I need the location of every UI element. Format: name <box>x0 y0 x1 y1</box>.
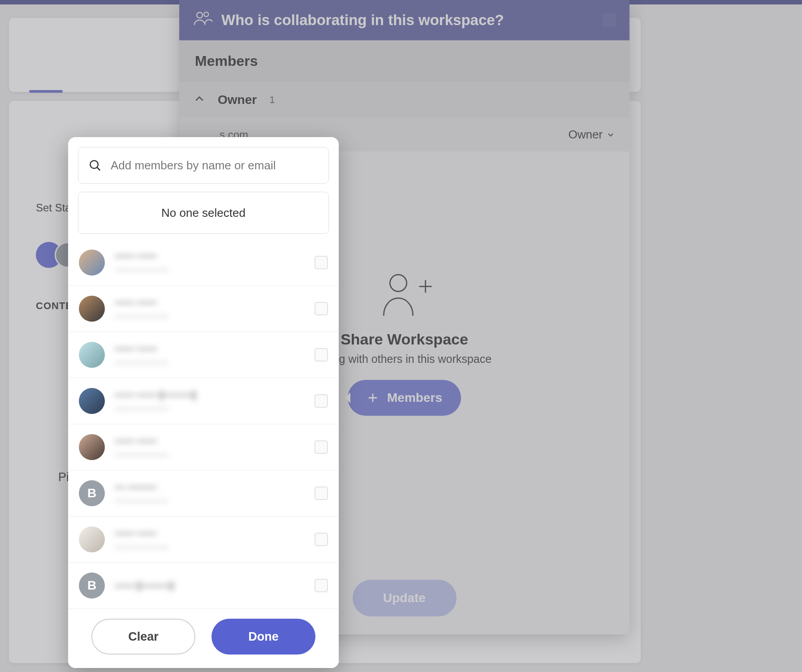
person-name: —— —— <box>115 250 168 262</box>
person-row[interactable]: B—— (———) <box>68 562 339 608</box>
person-checkbox[interactable] <box>315 487 328 500</box>
person-checkbox[interactable] <box>315 394 328 408</box>
person-info: —— —— (———)—————— <box>115 389 196 414</box>
letter-avatar: B <box>79 573 105 599</box>
person-checkbox[interactable] <box>315 348 328 362</box>
person-name: —— —— (———) <box>115 389 196 401</box>
person-name: —— —— <box>115 343 168 354</box>
person-row[interactable]: —— ———————— <box>68 424 339 470</box>
person-name: —— —— <box>115 297 168 308</box>
photo-avatar <box>79 388 105 414</box>
done-button[interactable]: Done <box>211 619 315 655</box>
person-name: — ——— <box>115 481 168 493</box>
member-search-field[interactable] <box>78 147 329 184</box>
person-checkbox[interactable] <box>315 533 328 546</box>
person-email: —————— <box>115 311 168 321</box>
photo-avatar <box>79 342 105 368</box>
person-row[interactable]: B— ————————— <box>68 470 339 516</box>
person-name: —— (———) <box>115 580 173 591</box>
person-row[interactable]: —— ———————— <box>68 516 339 562</box>
person-email: —————— <box>115 495 168 506</box>
clear-button[interactable]: Clear <box>91 619 195 655</box>
person-info: —— ———————— <box>115 435 168 460</box>
person-row[interactable]: —— ———————— <box>68 285 339 332</box>
person-info: —— (———) <box>115 580 173 591</box>
person-info: —— ———————— <box>115 527 168 552</box>
add-members-popover: No one selected —— —————————— ——————————… <box>68 137 339 668</box>
person-row[interactable]: —— —— (———)—————— <box>68 378 339 424</box>
person-checkbox[interactable] <box>315 440 328 454</box>
person-info: — ————————— <box>115 481 168 506</box>
person-email: —————— <box>115 403 196 414</box>
person-name: —— —— <box>115 435 168 447</box>
person-email: —————— <box>115 264 168 275</box>
person-checkbox[interactable] <box>315 302 328 315</box>
person-checkbox[interactable] <box>315 579 328 592</box>
person-email: —————— <box>115 357 168 367</box>
search-icon <box>88 159 102 172</box>
photo-avatar <box>79 250 105 276</box>
photo-avatar <box>79 434 105 460</box>
person-email: —————— <box>115 449 168 460</box>
selection-summary: No one selected <box>78 192 329 234</box>
popover-footer: Clear Done <box>68 608 339 668</box>
people-list: —— —————————— —————————— —————————— —— (… <box>68 239 339 608</box>
person-row[interactable]: —— ———————— <box>68 239 339 285</box>
person-info: —— ———————— <box>115 250 168 275</box>
svg-point-3 <box>90 160 98 168</box>
person-checkbox[interactable] <box>315 256 328 269</box>
letter-avatar: B <box>79 480 105 506</box>
photo-avatar <box>79 526 105 552</box>
person-row[interactable]: —— ———————— <box>68 332 339 378</box>
person-info: —— ———————— <box>115 297 168 321</box>
photo-avatar <box>79 296 105 322</box>
member-search-input[interactable] <box>111 159 319 172</box>
person-email: —————— <box>115 542 168 552</box>
person-info: —— ———————— <box>115 343 168 367</box>
person-name: —— —— <box>115 527 168 539</box>
